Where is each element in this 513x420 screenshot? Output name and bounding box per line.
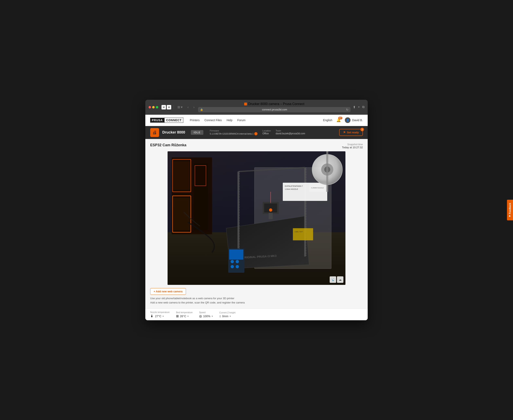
svg-rect-31 bbox=[293, 228, 313, 240]
set-ready-label: Set ready bbox=[347, 131, 359, 134]
address-bar[interactable]: 🔒 connect.prusa3d.com ↻ bbox=[198, 107, 351, 112]
gmail-icon-2: M bbox=[167, 105, 171, 109]
camera-cloud-button[interactable]: ☁ bbox=[337, 276, 344, 283]
camera-overlay-icons: 📡 ☁ bbox=[330, 276, 344, 283]
nav-forum[interactable]: Forum bbox=[237, 118, 245, 123]
snapshot-label: Snapshot time bbox=[342, 143, 363, 146]
nav-help[interactable]: Help bbox=[227, 118, 233, 123]
firmware-value-row: 5.1.0-BETA+13103.BRANCH-internal-beta.1 … bbox=[210, 132, 258, 135]
notification-button[interactable]: 🔔 99+ bbox=[336, 117, 342, 123]
sidebar-toggle[interactable]: ⊞ ▾ bbox=[176, 105, 184, 109]
nav-links: Printers Connect Files Help Forum bbox=[190, 118, 323, 123]
nozzle-dropdown[interactable]: ▾ bbox=[162, 315, 164, 318]
feedback-label: Feedback bbox=[509, 203, 511, 214]
snapshot-value: Today at 10:27:32 bbox=[342, 146, 363, 149]
nav-connect-files[interactable]: Connect Files bbox=[204, 118, 222, 123]
svg-text:EXP5ILETENP0000-7: EXP5ILETENP0000-7 bbox=[285, 185, 303, 187]
bottom-bar: Nozzle temperature 🌡 27°C ▾ Bed temperat… bbox=[145, 309, 368, 320]
close-dot[interactable] bbox=[149, 106, 151, 108]
back-button[interactable]: ‹ bbox=[186, 105, 190, 109]
windows-icon[interactable]: ⧉ bbox=[362, 105, 364, 109]
firmware-info: Firmware 5.1.0-BETA+13103.BRANCH-interna… bbox=[210, 129, 258, 135]
svg-rect-5 bbox=[174, 161, 190, 190]
forward-button[interactable]: › bbox=[192, 105, 196, 109]
printer-scene-svg: ORIGINAL PRUSA i3 MK3 bbox=[168, 151, 345, 285]
z-height-label: Current Z-height bbox=[219, 311, 235, 314]
svg-point-23 bbox=[269, 208, 272, 212]
user-menu[interactable]: 👤 David B. bbox=[345, 117, 363, 123]
z-height-row: ↕ 0mm ▾ bbox=[219, 314, 235, 318]
svg-point-35 bbox=[231, 260, 234, 263]
svg-point-37 bbox=[231, 265, 234, 268]
svg-point-36 bbox=[236, 260, 239, 263]
share-icon[interactable]: ⬆ bbox=[353, 105, 356, 109]
location-value: Office bbox=[262, 132, 271, 135]
maximize-dot[interactable] bbox=[156, 106, 158, 108]
printer-icon: 🖨 bbox=[152, 130, 157, 135]
user-name: David B. bbox=[352, 119, 363, 122]
browser-toolbar-icons: ⬆ + ⧉ bbox=[353, 105, 364, 109]
bed-icon: ⊞ bbox=[176, 314, 179, 318]
bed-temp-row: ⊞ 26°C ▾ bbox=[176, 314, 193, 318]
z-height-dropdown[interactable]: ▾ bbox=[230, 315, 231, 318]
camera-view: ORIGINAL PRUSA i3 MK3 bbox=[168, 151, 345, 285]
camera-image: ORIGINAL PRUSA i3 MK3 bbox=[168, 151, 345, 285]
snapshot-time-block: Snapshot time Today at 10:27:32 bbox=[342, 143, 363, 149]
add-camera-description: Use your old phone/tablet/notebook as a … bbox=[150, 296, 363, 305]
z-height-value: 0mm bbox=[222, 315, 228, 318]
user-avatar: 👤 bbox=[345, 117, 351, 123]
language-selector[interactable]: English bbox=[323, 119, 332, 122]
url-text: connect.prusa3d.com bbox=[204, 108, 345, 111]
add-camera-section: + Add new web camera Use your old phone/… bbox=[150, 288, 363, 305]
nozzle-temp-label: Nozzle temperature bbox=[150, 311, 169, 313]
logo-connect: CONNECT bbox=[164, 118, 183, 123]
team-value: david.buzek@prusa3d.com bbox=[276, 132, 305, 135]
printer-icon-box: 🖨 bbox=[150, 128, 159, 137]
notification-badge: 99+ bbox=[338, 117, 342, 119]
feedback-tab[interactable]: ⚑ Feedback bbox=[507, 200, 513, 220]
add-camera-desc-line2: Add a new web camera to the printer, sca… bbox=[150, 301, 363, 305]
nozzle-temp-value: 27°C bbox=[155, 315, 161, 318]
firmware-label: Firmware bbox=[210, 129, 258, 132]
firmware-update-icon[interactable]: ↑ bbox=[254, 132, 257, 135]
bed-dropdown[interactable]: ▾ bbox=[187, 315, 189, 318]
camera-header: ESP32 Cam Růženka Snapshot time Today at… bbox=[150, 143, 363, 149]
z-height-control: Current Z-height ↕ 0mm ▾ bbox=[219, 311, 235, 318]
location-label: Location bbox=[262, 129, 271, 132]
new-tab-icon[interactable]: + bbox=[358, 105, 360, 109]
nav-right: English 🔔 99+ 👤 David B. bbox=[323, 117, 363, 123]
set-ready-badge: 1 bbox=[360, 128, 364, 131]
printer-bar: 🖨 Drucker 8000 IDLE Firmware 5.1.0-BETA+… bbox=[145, 126, 368, 139]
speed-dropdown[interactable]: ▾ bbox=[212, 315, 213, 318]
minimize-dot[interactable] bbox=[152, 106, 155, 108]
add-camera-button[interactable]: + Add new web camera bbox=[150, 288, 186, 295]
speed-value: 100% bbox=[203, 315, 210, 318]
logo[interactable]: PRUSA CONNECT bbox=[150, 118, 183, 123]
nozzle-temp-control: Nozzle temperature 🌡 27°C ▾ bbox=[150, 311, 169, 318]
page-content: PRUSA CONNECT Printers Connect Files Hel… bbox=[145, 115, 368, 321]
svg-text:0.25MM NOZZLE: 0.25MM NOZZLE bbox=[311, 187, 324, 189]
window-controls bbox=[149, 106, 158, 108]
camera-title: ESP32 Cam Růženka bbox=[150, 143, 186, 147]
svg-text:LABEL TEXT: LABEL TEXT bbox=[294, 231, 303, 232]
svg-rect-10 bbox=[196, 167, 205, 184]
set-ready-icon: ⚑ bbox=[343, 131, 346, 134]
svg-point-38 bbox=[236, 265, 239, 268]
speed-control: Speed ◎ 100% ▾ bbox=[199, 311, 213, 318]
team-info: Team david.buzek@prusa3d.com bbox=[276, 129, 305, 135]
speed-label: Speed bbox=[199, 311, 213, 314]
svg-rect-43 bbox=[326, 151, 328, 192]
user-avatar-icon: 👤 bbox=[346, 119, 349, 122]
bed-temp-control: Bed temperature ⊞ 26°C ▾ bbox=[176, 311, 193, 318]
add-camera-desc-line1: Use your old phone/tablet/notebook as a … bbox=[150, 296, 363, 301]
camera-qr-button[interactable]: 📡 bbox=[330, 276, 336, 283]
nozzle-icon: 🌡 bbox=[150, 314, 154, 318]
location-info: Location Office bbox=[262, 129, 271, 135]
printer-name: Drucker 8000 bbox=[162, 130, 185, 135]
firmware-value: 5.1.0-BETA+13103.BRANCH-internal-beta.1 bbox=[210, 133, 254, 135]
nav-printers[interactable]: Printers bbox=[190, 118, 199, 123]
nozzle-temp-row: 🌡 27°C ▾ bbox=[150, 314, 169, 318]
refresh-icon[interactable]: ↻ bbox=[346, 108, 348, 111]
speed-row: ◎ 100% ▾ bbox=[199, 314, 213, 318]
set-ready-button[interactable]: ⚑ Set ready 1 bbox=[339, 129, 363, 136]
